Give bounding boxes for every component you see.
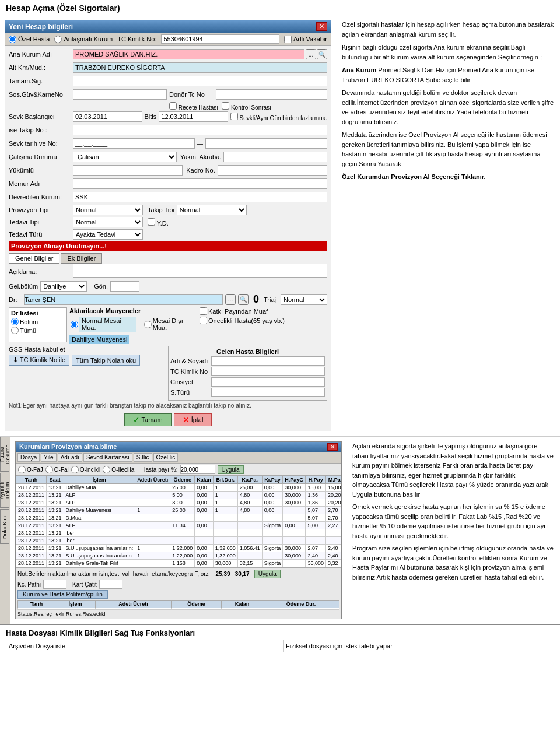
donor-input[interactable] — [216, 89, 327, 100]
table-row[interactable]: 28.12.201113:21ALP5,000,0014,800,0030,00… — [16, 492, 342, 499]
dr-search-btn[interactable]: 🔍 — [238, 294, 249, 305]
cinsiyet-input[interactable] — [211, 377, 325, 387]
ayrintili-dokum-btn[interactable]: Ayrıntılı Dokum — [0, 473, 9, 508]
dr-input[interactable] — [24, 294, 223, 305]
filter-o-incikli[interactable]: O-incikli — [71, 466, 101, 473]
table-row[interactable]: 28.12.201113:21Dahiliye Muayenesi125,000… — [16, 507, 342, 514]
status-bar: Status.Res.reç iiekli Runes.Res.ectikli — [18, 611, 340, 617]
sevk-no-input[interactable] — [205, 138, 327, 149]
second-close-btn[interactable]: ✕ — [327, 443, 338, 451]
katki-payindan-muaf-checkbox[interactable]: Katkı Payından Muaf — [200, 307, 268, 315]
triaj-select[interactable]: Normal — [281, 294, 327, 305]
sevkli-checkbox[interactable]: Sevkli/Aynı Gün birden fazla mua. — [230, 113, 327, 121]
anlasma-kurum-radio[interactable]: Anlaşmalı Kurum — [54, 36, 113, 43]
ozel-ilic-menu[interactable]: Özel.lic — [153, 453, 178, 462]
ana-kurum-row: Ana Kurum Adı ... 🔍 — [9, 48, 327, 60]
yakin-input[interactable] — [223, 152, 327, 162]
table-cell: 28.12.2011 — [16, 522, 47, 529]
ana-kurum-pick-btn[interactable]: ... — [306, 49, 316, 59]
tab-ek-bilgiler[interactable]: Ek Bilgiler — [61, 253, 102, 264]
uygula-btn[interactable]: Uygula — [218, 465, 244, 474]
iptal-button[interactable]: ✕ İptal — [174, 413, 212, 426]
tum-takip-btn[interactable]: Tüm Takip Nolan oku — [72, 355, 140, 366]
tc-kimlik-gelen-input[interactable] — [211, 367, 325, 376]
yukumlu-input[interactable] — [73, 165, 183, 176]
tc-kimlik-gelen-row: TC Kimlik No — [170, 367, 325, 376]
table-row[interactable]: 28.12.201113:21Dahiliye Mua.25,000,00125… — [16, 484, 342, 492]
ozel-hasta-radio[interactable]: Özel Hasta — [9, 36, 50, 43]
kurum-hasta-btn[interactable]: Kurum ve Hasta Politem/çpülin — [18, 590, 108, 599]
sevod-kartanasi-menu[interactable]: Sevod Kartanası — [83, 453, 132, 462]
table-row[interactable]: 28.12.201113:21Dahiliye Grale-Tak Filif1… — [16, 560, 342, 567]
hasta-payi-input[interactable] — [180, 465, 215, 474]
ana-kurum-label: Ana Kurum Adı — [9, 51, 73, 58]
aktarilacak-label: Aktarilacak Muayeneler — [69, 307, 197, 314]
tedavi-tipi-select[interactable]: Normal — [73, 217, 143, 227]
table-row[interactable]: 28.12.201113:21iber — [16, 529, 342, 537]
sos-guv-input[interactable] — [73, 89, 167, 100]
kc-pathi-input[interactable] — [43, 580, 66, 589]
adi-adi-menu[interactable]: Adı-adı — [58, 453, 82, 462]
filter-o-ilecilia[interactable]: O-Ilecilia — [103, 466, 134, 473]
table-cell — [195, 514, 214, 522]
adli-vakabir-checkbox[interactable]: Adli Vakabir — [284, 36, 327, 43]
recete-checkbox[interactable]: Recete Hastası — [169, 102, 218, 111]
table-row[interactable]: 28.12.201113:21S.Uluşupuşapas İna anılar… — [16, 552, 342, 560]
filter-o-fal[interactable]: O-Fal — [46, 466, 69, 473]
provizyon-tipi-select[interactable]: Normal — [73, 205, 143, 215]
s-ilic-menu[interactable]: S.Ilic — [134, 453, 152, 462]
close-button[interactable]: ✕ — [316, 22, 327, 31]
ana-kurum-input[interactable] — [73, 49, 304, 59]
tc-kimlik-btn[interactable]: ⬇ TC Kimlik No ile — [9, 355, 69, 366]
memur-input[interactable] — [73, 178, 327, 189]
hasta-payi-label: Hasta payı %: — [141, 466, 177, 473]
sos-guv-section: Sos.Güv&KarneNo Donör Tc No Recete Hasta… — [9, 89, 327, 111]
table-row[interactable]: 28.12.201113:21S.Uluşupuşapas İna anılar… — [16, 545, 342, 552]
calisma-label: Çalışma Durumu — [9, 153, 73, 160]
tamam-sig-input[interactable] — [73, 76, 327, 86]
calisma-select[interactable]: Çalisan — [73, 152, 177, 162]
dosya-menu[interactable]: Dosya — [18, 453, 40, 462]
tab-genel-bilgiler[interactable]: Genel Bilgiler — [9, 253, 60, 264]
gel-bolum-select[interactable]: Dahiliye — [40, 281, 87, 292]
takip-tipi-select[interactable]: Normal — [177, 205, 247, 215]
sevk-bas-input[interactable] — [73, 111, 142, 122]
devredilen-input[interactable] — [73, 192, 327, 202]
second-left-wrapper: Fatura Dokumo Ayrıntılı Dokum Doku.Koc. … — [0, 437, 346, 624]
tamam-button[interactable]: ✓ Tamam — [124, 413, 172, 426]
ana-kurum-search-btn[interactable]: 🔍 — [317, 49, 327, 59]
aciklama-area[interactable] — [73, 264, 327, 278]
kontrol-checkbox[interactable]: Kontrol Sonrası — [222, 102, 271, 111]
doku-koc-btn[interactable]: Doku.Koc. — [0, 509, 9, 544]
kart-catit-input[interactable] — [99, 580, 123, 589]
kadro-input[interactable] — [218, 165, 327, 176]
tumu-radio[interactable]: Tümü — [11, 327, 65, 334]
table-row[interactable]: 28.12.201113:21ALP11,340,00Sigorta0,005,… — [16, 522, 342, 529]
uygula-btn-2[interactable]: Uygula — [254, 570, 281, 578]
normal-mesai-radio[interactable]: Normal Mesai Mua. — [71, 317, 136, 332]
mesai-disi-radio[interactable]: Mesai Dışı Mua. — [144, 317, 196, 332]
table-cell: 1 — [135, 552, 170, 560]
top-right-para-6: Özel Kurumdan Provizyon Al Seçeneği Tıkl… — [342, 172, 554, 182]
filter-o-faj[interactable]: O-FaJ — [18, 466, 43, 473]
adi-soyadi-input[interactable] — [211, 356, 325, 366]
table-row[interactable]: 28.12.201113:21ALP3,000,0014,800,0030,00… — [16, 499, 342, 507]
tc-kimlik-input[interactable] — [161, 34, 279, 44]
alt-km-input[interactable] — [73, 62, 327, 73]
s-turu-input[interactable] — [211, 388, 325, 397]
bolum-radio[interactable]: Bölüm — [11, 318, 38, 325]
table-row[interactable]: 28.12.201113:21D.Mua.5,072,70 — [16, 514, 342, 522]
table-row[interactable]: 28.12.201113:21iber — [16, 537, 342, 545]
table-cell: 13:21 — [47, 522, 64, 529]
bitis-input[interactable] — [159, 111, 228, 122]
ise-takip-input[interactable] — [73, 125, 327, 135]
yile-menu[interactable]: Yile — [41, 453, 56, 462]
gon-input[interactable] — [110, 281, 139, 292]
table-cell: 1,32,000 — [213, 552, 237, 560]
yd-checkbox[interactable]: Y.D. — [148, 218, 169, 227]
dr-pick-btn[interactable]: ... — [225, 294, 236, 305]
sevk-tarih-input[interactable] — [73, 138, 195, 149]
oncelikli-hasta-checkbox[interactable]: Öncelikli Hasta(65 yaş vb.) — [200, 317, 285, 324]
fatura-dokumo-btn[interactable]: Fatura Dokumo — [0, 437, 9, 472]
tedavi-turu-select[interactable]: Ayakta Tedavi — [73, 229, 143, 240]
